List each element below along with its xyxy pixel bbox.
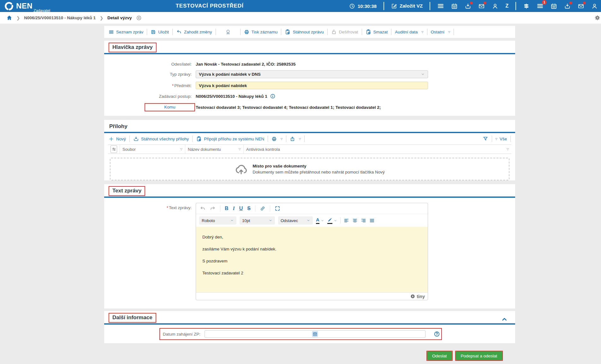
- inbox-button[interactable]: [465, 3, 471, 9]
- profile-button-2[interactable]: [591, 3, 598, 9]
- sort-icon[interactable]: ▽: [507, 148, 509, 151]
- send-button[interactable]: Odeslat: [427, 351, 452, 360]
- home-button[interactable]: [6, 15, 12, 21]
- toolbar-divider: [281, 29, 281, 35]
- undo-button[interactable]: [200, 206, 205, 211]
- menu-button[interactable]: [437, 3, 444, 9]
- collapse-section-button[interactable]: [501, 316, 508, 322]
- highlighter-icon: [327, 217, 332, 224]
- text-color-button[interactable]: A: [316, 217, 324, 224]
- show-all-button[interactable]: ▽Vše: [496, 137, 507, 141]
- message-type-select[interactable]: Výzva k podání nabídek v DNS: [196, 70, 428, 78]
- nen-logo-icon: [4, 1, 14, 11]
- other-menu[interactable]: Ostatní▽: [431, 30, 450, 34]
- fullscreen-button[interactable]: [275, 206, 280, 211]
- date-picker-button[interactable]: [312, 331, 318, 337]
- toolbar-divider: [192, 136, 193, 142]
- editor-divider: [340, 217, 341, 224]
- sort-icon[interactable]: ▽: [180, 148, 182, 151]
- tiny-logo-icon: [410, 294, 415, 299]
- decrypt-button: Dešifrovat: [331, 29, 358, 35]
- recipients-button[interactable]: Komu: [145, 103, 195, 111]
- align-left-button[interactable]: [344, 218, 349, 223]
- discard-changes-button[interactable]: Zahodit změny: [176, 29, 212, 35]
- calendar-button[interactable]: [451, 3, 458, 9]
- italic-button[interactable]: I: [233, 206, 235, 211]
- help-button[interactable]: [434, 331, 440, 337]
- message-type-row: Typ zprávy: Výzva k podání nabídek v DNS: [104, 70, 515, 78]
- message-list-button[interactable]: Seznam zpráv: [109, 29, 143, 35]
- printer-icon: [271, 136, 277, 142]
- home-icon: [6, 15, 12, 21]
- editor-statusbar: tiny: [196, 292, 428, 300]
- seal-button[interactable]: [225, 29, 231, 35]
- download-all-attachments-button[interactable]: Stáhnout všechny přílohy: [133, 136, 189, 142]
- attachments-dropzone[interactable]: Místo pro vaše dokumenty Dokumenty sem m…: [110, 158, 509, 180]
- link-button[interactable]: [260, 206, 265, 211]
- signpost-button[interactable]: [523, 3, 530, 9]
- info-icon[interactable]: [270, 93, 276, 99]
- new-attachment-label: Nový: [116, 137, 126, 141]
- redo-button[interactable]: [210, 206, 216, 211]
- audit-data-menu[interactable]: Auditní data▽: [395, 30, 423, 34]
- close-icon: [136, 15, 142, 21]
- underline-button[interactable]: U: [239, 206, 243, 211]
- print-menu-button[interactable]: ▽: [271, 136, 283, 142]
- messages-button-2[interactable]: [578, 3, 584, 9]
- block-format-select[interactable]: Odstavec: [278, 216, 313, 225]
- section-title-text-zpravy: Text zprávy: [109, 186, 145, 196]
- z-letter: Z: [505, 3, 509, 9]
- tiny-brand-label[interactable]: tiny: [417, 294, 425, 299]
- editor-content-area[interactable]: Dobrý den, zasíláme Vám výzvu k podání n…: [196, 227, 428, 292]
- font-size-select[interactable]: 10pt: [240, 216, 275, 225]
- dropzone-title: Místo pro vaše dokumenty: [253, 164, 385, 168]
- breadcrumb-procedure[interactable]: N006/25/V00013510 - Nákupy léků 1: [24, 15, 96, 20]
- attach-from-nen-button[interactable]: Připojit přílohu ze systému NEN: [196, 136, 264, 142]
- align-center-button[interactable]: [352, 218, 358, 223]
- align-right-button[interactable]: [361, 218, 366, 223]
- chevron-down-icon: [321, 219, 324, 222]
- gear-icon: [594, 15, 600, 21]
- tasks-button[interactable]: 1: [537, 3, 544, 9]
- profile-button[interactable]: [492, 3, 498, 9]
- create-vz-button[interactable]: Založit VZ: [391, 3, 423, 9]
- close-tab-button[interactable]: [136, 15, 142, 21]
- column-header-nazev[interactable]: Název dokumentu▽: [185, 145, 244, 154]
- justify-button[interactable]: [369, 218, 375, 223]
- block-format-value: Odstavec: [281, 218, 298, 223]
- save-button[interactable]: Uložit: [151, 29, 169, 35]
- column-header-soubor[interactable]: Soubor▽: [120, 145, 185, 154]
- start-date-input[interactable]: [205, 330, 425, 338]
- settings-corner-button[interactable]: [594, 15, 600, 21]
- recipients-value: Testovací dodavatel 3; Testovací dodavat…: [196, 105, 381, 110]
- column-header-antivir[interactable]: Antivirová kontrola▽: [244, 145, 511, 154]
- chevron-down-icon: [421, 72, 425, 76]
- sort-icon[interactable]: ▽: [239, 148, 241, 151]
- z-shortcut-button[interactable]: Z: [505, 3, 509, 9]
- notification-dot: [484, 2, 486, 4]
- inbox-button-2[interactable]: [564, 3, 571, 9]
- messages-button[interactable]: [478, 3, 485, 9]
- highlight-color-button[interactable]: [327, 217, 337, 224]
- filter-button[interactable]: [483, 136, 488, 142]
- bold-button[interactable]: B: [225, 206, 229, 211]
- new-attachment-button[interactable]: Nový: [109, 136, 126, 142]
- sign-and-send-button[interactable]: Podepsat a odeslat: [456, 351, 503, 360]
- download-message-label: Stáhnout zprávu: [293, 30, 324, 34]
- calendar-button-2[interactable]: [550, 3, 557, 9]
- main-content: Seznam zpráv Uložit Zahodit změny Tisk z…: [104, 26, 515, 343]
- download-message-button[interactable]: Stáhnout zprávu: [285, 29, 324, 35]
- strikethrough-button[interactable]: S: [247, 206, 251, 211]
- header-actions: 10:30:38 Založit VZ Z 1: [349, 0, 601, 12]
- toolbar-divider: [510, 136, 511, 142]
- subject-input[interactable]: Výzva k podání nabídek: [196, 82, 428, 89]
- column-settings-button[interactable]: [110, 145, 117, 153]
- font-family-select[interactable]: Roboto: [199, 216, 236, 225]
- editor-divider: [220, 205, 220, 212]
- export-menu-button[interactable]: ▽: [290, 136, 301, 142]
- nen-logo[interactable]: NEN Zadavatel: [4, 1, 50, 11]
- dropdown-triangle-icon: ▽: [496, 138, 497, 140]
- print-record-button[interactable]: Tisk záznamu: [244, 29, 278, 35]
- subject-row: *Předmět: Výzva k podání nabídek: [104, 82, 515, 89]
- delete-button[interactable]: Smazat: [366, 29, 388, 35]
